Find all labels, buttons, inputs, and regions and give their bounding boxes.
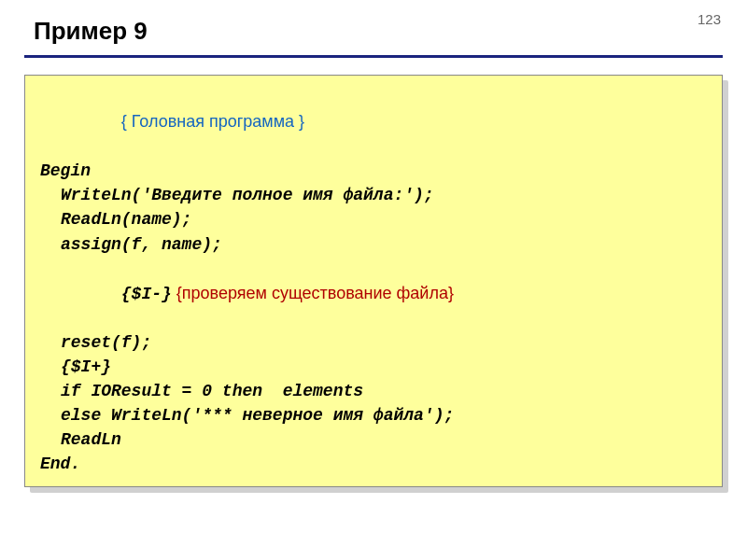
page-number: 123 (698, 11, 721, 27)
code-line-end: End. (40, 452, 707, 476)
title-underline (24, 55, 723, 58)
comment-header: { Головная программа } (121, 112, 304, 131)
comment-checkfile: {проверяем существование файла} (172, 284, 454, 302)
code-line-iplus: {$I+} (40, 355, 707, 379)
code-line-assign: assign(f, name); (40, 232, 707, 257)
code-line-else: else WriteLn('*** неверное имя файла'); (40, 403, 707, 427)
code-line-readln-name: ReadLn(name); (40, 207, 707, 231)
slide-title: Пример 9 (0, 0, 747, 49)
code-line-reset: reset(f); (40, 330, 707, 355)
code-line-iminus: {$I-} (121, 285, 172, 303)
code-box: { Головная программа } Begin WriteLn('Вв… (24, 75, 723, 487)
code-line-if: if IOResult = 0 then elements (40, 379, 707, 403)
code-line-begin: Begin (40, 159, 707, 183)
code-content: { Головная программа } Begin WriteLn('Вв… (24, 75, 723, 487)
code-line-writeln: WriteLn('Введите полное имя файла:'); (40, 183, 707, 207)
code-line-readln: ReadLn (40, 427, 707, 452)
